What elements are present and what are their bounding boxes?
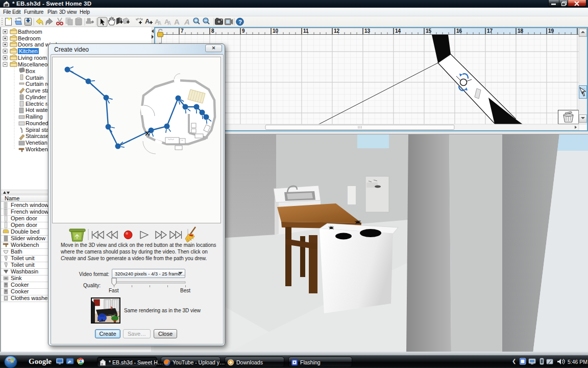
- svg-text:8: 8: [211, 28, 214, 34]
- svg-text:Clothes washer: Clothes washer: [11, 295, 50, 301]
- svg-text:Washbasin: Washbasin: [11, 268, 38, 274]
- svg-text:Slider window: Slider window: [11, 235, 45, 241]
- svg-text:Cooker: Cooker: [11, 282, 29, 288]
- svg-text:13: 13: [364, 28, 371, 34]
- svg-text:Toilet unit: Toilet unit: [11, 262, 34, 268]
- svg-text:French window: French window: [11, 202, 48, 208]
- svg-text:?: ?: [238, 19, 242, 25]
- svg-text:Toilet unit: Toilet unit: [11, 255, 34, 261]
- svg-text:16: 16: [456, 28, 462, 34]
- svg-text:Cooker: Cooker: [11, 288, 29, 294]
- svg-text:12: 12: [334, 28, 340, 34]
- svg-text:15: 15: [426, 28, 432, 34]
- svg-text:Open door: Open door: [11, 215, 37, 221]
- svg-text:A: A: [174, 17, 180, 26]
- svg-text:10: 10: [273, 28, 279, 34]
- svg-text:A: A: [184, 17, 190, 26]
- svg-text:14: 14: [395, 28, 401, 34]
- svg-text:18: 18: [518, 28, 524, 34]
- svg-text:A: A: [145, 17, 150, 25]
- svg-text:19: 19: [548, 28, 554, 34]
- svg-text:A: A: [158, 20, 161, 26]
- svg-text:Open door: Open door: [11, 222, 37, 228]
- svg-text:French window: French window: [11, 209, 48, 215]
- svg-text:7: 7: [181, 28, 184, 34]
- svg-text:Bath: Bath: [11, 248, 22, 255]
- svg-text:Workbench: Workbench: [11, 242, 39, 248]
- svg-text:17: 17: [487, 28, 493, 34]
- svg-text:11: 11: [303, 28, 309, 34]
- svg-text:9: 9: [242, 28, 245, 34]
- svg-text:Double bed: Double bed: [11, 228, 39, 235]
- svg-text:A: A: [167, 20, 171, 26]
- svg-text:Sink: Sink: [11, 275, 22, 281]
